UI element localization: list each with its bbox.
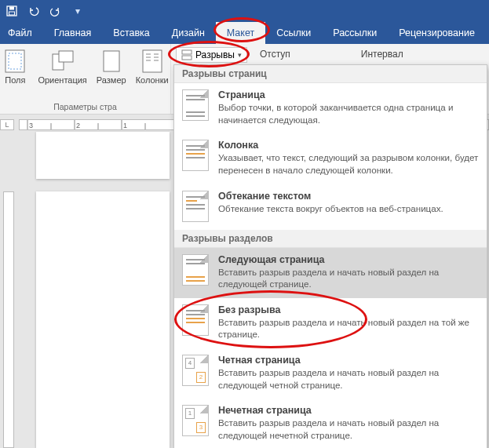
tab-mailings[interactable]: Рассылки — [322, 22, 388, 44]
margins-button[interactable]: Поля — [0, 47, 31, 86]
even-page-icon: 4 2 — [182, 355, 209, 386]
size-button[interactable]: Размер — [93, 47, 130, 86]
ruler-corner: L — [0, 119, 14, 130]
continuous-icon — [182, 304, 209, 336]
tab-design[interactable]: Дизайн — [161, 22, 216, 44]
svg-rect-8 — [143, 50, 162, 72]
menu-item-column-break[interactable]: Колонка Указывает, что текст, следующий … — [174, 133, 487, 184]
svg-rect-1 — [9, 7, 14, 10]
svg-text:2: 2 — [76, 122, 80, 129]
chevron-down-icon: ▾ — [238, 51, 242, 59]
breaks-icon — [181, 49, 192, 60]
svg-rect-15 — [182, 50, 192, 54]
odd-page-icon: 1 3 — [182, 405, 209, 436]
tab-insert[interactable]: Вставка — [102, 22, 160, 44]
tab-layout[interactable]: Макет — [216, 22, 265, 44]
tab-references[interactable]: Ссылки — [265, 22, 322, 44]
dropdown-section-section-breaks: Разрывы разделов — [174, 230, 487, 248]
page-setup-group-label: Параметры стра — [53, 102, 117, 112]
undo-icon[interactable] — [27, 4, 41, 18]
page-preview-1[interactable] — [36, 132, 170, 179]
svg-rect-2 — [9, 12, 15, 15]
size-icon — [99, 49, 124, 74]
quick-access-toolbar: ▾ — [0, 0, 489, 22]
menu-item-next-page[interactable]: Следующая страница Вставить разрыв разде… — [174, 248, 487, 298]
orientation-button[interactable]: Ориентация — [35, 47, 89, 86]
columns-button[interactable]: Колонки — [133, 47, 172, 86]
columns-icon — [140, 49, 165, 74]
redo-icon[interactable] — [49, 4, 63, 18]
svg-rect-7 — [104, 51, 119, 71]
menu-item-text-wrapping-break[interactable]: Обтекание текстом Обтекание текста вокру… — [174, 184, 487, 230]
svg-text:1: 1 — [123, 122, 127, 129]
svg-rect-6 — [59, 51, 73, 62]
tab-review[interactable]: Рецензирование — [388, 22, 486, 44]
breaks-button[interactable]: Разрывы ▾ — [176, 47, 247, 63]
save-icon[interactable] — [5, 4, 19, 18]
orientation-icon — [50, 49, 75, 74]
page-preview-2[interactable] — [36, 191, 170, 448]
menu-item-odd-page[interactable]: 1 3 Нечетная страница Вставить разрыв ра… — [174, 399, 487, 448]
menu-item-page-break[interactable]: Страница Выбор точки, в которой заканчив… — [174, 83, 487, 133]
svg-text:3: 3 — [29, 122, 33, 129]
menu-item-even-page[interactable]: 4 2 Четная страница Вставить разрыв разд… — [174, 348, 487, 399]
menu-item-continuous[interactable]: Без разрыва Вставить разрыв раздела и на… — [174, 298, 487, 348]
svg-rect-16 — [182, 56, 192, 60]
tab-file[interactable]: Файл — [0, 22, 43, 44]
text-wrapping-icon — [182, 191, 209, 222]
ribbon-tabs: Файл Главная Вставка Дизайн Макет Ссылки… — [0, 22, 489, 44]
vertical-ruler[interactable] — [3, 191, 14, 448]
breaks-dropdown: Разрывы страниц Страница Выбор точки, в … — [173, 64, 487, 448]
column-break-icon — [182, 140, 209, 171]
qat-customize-icon[interactable]: ▾ — [71, 4, 85, 18]
next-page-icon — [182, 254, 209, 286]
margins-icon — [2, 49, 27, 74]
page-break-icon — [182, 89, 209, 121]
dropdown-section-page-breaks: Разрывы страниц — [174, 65, 487, 83]
tab-home[interactable]: Главная — [43, 22, 103, 44]
